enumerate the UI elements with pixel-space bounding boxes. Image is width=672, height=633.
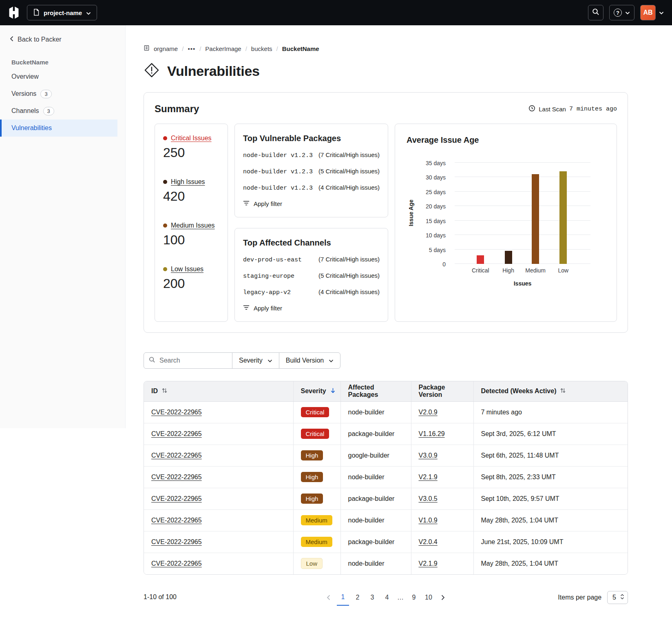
filter-icon bbox=[243, 305, 250, 312]
channel-issue-count: (5 Critical/High issues) bbox=[318, 272, 380, 279]
page-button-9[interactable]: 9 bbox=[408, 592, 420, 605]
chart-x-axis-label: Issues bbox=[455, 280, 590, 287]
breadcrumb: orgname / ••• / PackerImage / buckets / … bbox=[144, 45, 628, 52]
breadcrumb-ellipsis[interactable]: ••• bbox=[188, 45, 195, 52]
search-icon bbox=[149, 356, 155, 365]
chart-gridline bbox=[455, 177, 590, 177]
versions-count-badge: 3 bbox=[40, 90, 51, 98]
items-per-page-select[interactable]: 5 bbox=[607, 591, 628, 604]
severity-filter-dropdown[interactable]: Severity bbox=[232, 352, 279, 369]
severity-filter-label: Severity bbox=[239, 357, 263, 364]
last-scan: Last Scan 7 minutes ago bbox=[528, 105, 617, 113]
high-dot-icon bbox=[163, 180, 167, 184]
chart-y-tick-label: 15 days bbox=[426, 218, 446, 224]
table-row: CVE-2022-22965 Medium node-builder V1.0.… bbox=[144, 509, 628, 531]
low-dot-icon bbox=[163, 267, 167, 271]
list-item: staging-europe (5 Critical/High issues) bbox=[243, 272, 380, 280]
cve-link[interactable]: CVE-2022-22965 bbox=[151, 495, 202, 502]
cve-link[interactable]: CVE-2022-22965 bbox=[151, 517, 202, 524]
package-issue-count: (7 Critical/High issues) bbox=[318, 151, 380, 158]
package-version-link[interactable]: V3.0.5 bbox=[419, 495, 438, 502]
sidebar-item-versions[interactable]: Versions 3 bbox=[0, 85, 117, 102]
breadcrumb-separator: / bbox=[182, 45, 183, 52]
column-header-id[interactable]: ID bbox=[144, 381, 293, 401]
project-selector[interactable]: project-name bbox=[27, 5, 97, 20]
sidebar-section-title: BucketName bbox=[0, 47, 125, 68]
package-version-link[interactable]: V3.0.9 bbox=[419, 452, 438, 459]
sidebar-item-channels[interactable]: Channels 3 bbox=[0, 102, 117, 120]
breadcrumb-orgname[interactable]: orgname bbox=[154, 45, 178, 52]
column-header-detected[interactable]: Detected (Weeks Active) bbox=[473, 381, 628, 401]
channel-issue-count: (7 Critical/High issues) bbox=[318, 256, 380, 263]
breadcrumb-packerimage[interactable]: PackerImage bbox=[205, 45, 241, 52]
sidebar-item-overview[interactable]: Overview bbox=[0, 68, 117, 85]
stepper-arrows-icon bbox=[620, 593, 624, 602]
previous-page-button[interactable] bbox=[323, 595, 334, 603]
affected-package: node-builder bbox=[348, 409, 385, 416]
cve-link[interactable]: CVE-2022-22965 bbox=[151, 538, 202, 545]
channel-issue-count: (4 Critical/High issues) bbox=[318, 288, 380, 295]
cve-link[interactable]: CVE-2022-22965 bbox=[151, 560, 202, 567]
list-item: node-builder v1.2.3 (7 Critical/High iss… bbox=[243, 151, 380, 159]
apply-channels-filter-button[interactable]: Apply filter bbox=[243, 305, 380, 312]
table-row: CVE-2022-22965 Medium package-builder V2… bbox=[144, 531, 628, 553]
page-button-3[interactable]: 3 bbox=[366, 592, 378, 605]
top-affected-channels-card: Top Affected Channels dev-prod-us-east (… bbox=[234, 228, 388, 322]
list-item: node-builder v1.2.3 (5 Critical/High iss… bbox=[243, 168, 380, 175]
cve-link[interactable]: CVE-2022-22965 bbox=[151, 430, 202, 437]
search-button[interactable] bbox=[588, 5, 603, 20]
package-version-link[interactable]: V1.0.9 bbox=[419, 517, 438, 524]
chart-bar-medium bbox=[532, 174, 539, 264]
search-field[interactable] bbox=[144, 352, 232, 369]
chevron-down-icon bbox=[659, 9, 664, 16]
package-version-link[interactable]: V1.16.29 bbox=[419, 430, 445, 437]
package-issue-count: (5 Critical/High issues) bbox=[318, 168, 380, 175]
help-icon: ? bbox=[614, 9, 622, 17]
low-issues-link[interactable]: Low Issues bbox=[171, 266, 203, 273]
sidebar-item-vulnerabilities[interactable]: Vulnerabilities bbox=[0, 120, 117, 137]
package-version-link[interactable]: V2.0.9 bbox=[419, 409, 438, 416]
chart-title: Average Issue Age bbox=[407, 135, 605, 145]
apply-packages-filter-button[interactable]: Apply filter bbox=[243, 200, 380, 207]
help-menu-button[interactable]: ? bbox=[609, 5, 634, 20]
breadcrumb-buckets[interactable]: buckets bbox=[251, 45, 272, 52]
affected-package: package-builder bbox=[348, 538, 395, 545]
detected-value: Sept 3rd, 2025, 6:12 UMT bbox=[481, 430, 556, 437]
package-version-link[interactable]: V2.0.4 bbox=[419, 538, 438, 545]
high-issues-link[interactable]: High Issues bbox=[171, 178, 205, 186]
package-name: node-builder v1.2.3 bbox=[243, 152, 313, 159]
page-button-10[interactable]: 10 bbox=[422, 592, 435, 605]
low-issues-count: 200 bbox=[163, 276, 219, 291]
detected-value: June 21st, 2025, 10:09 UMT bbox=[481, 538, 564, 545]
critical-issues-stat: Critical Issues 250 bbox=[163, 135, 219, 160]
severity-badge: High bbox=[301, 472, 323, 482]
build-version-filter-dropdown[interactable]: Build Version bbox=[279, 352, 340, 369]
back-to-packer-link[interactable]: Back to Packer bbox=[0, 25, 125, 47]
page-title: Vulnerabilities bbox=[167, 63, 260, 79]
high-issues-count: 420 bbox=[163, 189, 219, 204]
search-input[interactable] bbox=[159, 357, 227, 364]
page-button-4[interactable]: 4 bbox=[381, 592, 393, 605]
page-button-1[interactable]: 1 bbox=[337, 592, 349, 606]
column-header-package-version[interactable]: Package Version bbox=[411, 381, 473, 401]
next-page-button[interactable] bbox=[437, 595, 449, 603]
column-header-affected-packages[interactable]: Affected Packages bbox=[340, 381, 411, 401]
column-header-severity[interactable]: Severity bbox=[293, 381, 340, 401]
breadcrumb-separator: / bbox=[199, 45, 201, 52]
medium-issues-link[interactable]: Medium Issues bbox=[171, 222, 215, 229]
account-menu-button[interactable]: AB bbox=[640, 5, 664, 20]
page-button-2[interactable]: 2 bbox=[351, 592, 364, 605]
affected-package: google-builder bbox=[348, 452, 389, 459]
cve-link[interactable]: CVE-2022-22965 bbox=[151, 474, 202, 480]
pagination: 1 2 3 4 … 9 10 bbox=[144, 589, 628, 606]
severity-badge: Critical bbox=[301, 407, 329, 417]
critical-issues-link[interactable]: Critical Issues bbox=[171, 135, 212, 142]
severity-badge: Medium bbox=[301, 515, 332, 525]
chart-bar-high bbox=[505, 251, 512, 264]
cve-link[interactable]: CVE-2022-22965 bbox=[151, 452, 202, 459]
summary-title: Summary bbox=[155, 103, 199, 115]
package-version-link[interactable]: V2.1.9 bbox=[419, 474, 438, 480]
cve-link[interactable]: CVE-2022-22965 bbox=[151, 409, 202, 416]
package-version-link[interactable]: V2.1.9 bbox=[419, 560, 438, 567]
hashicorp-logo[interactable] bbox=[8, 6, 20, 19]
